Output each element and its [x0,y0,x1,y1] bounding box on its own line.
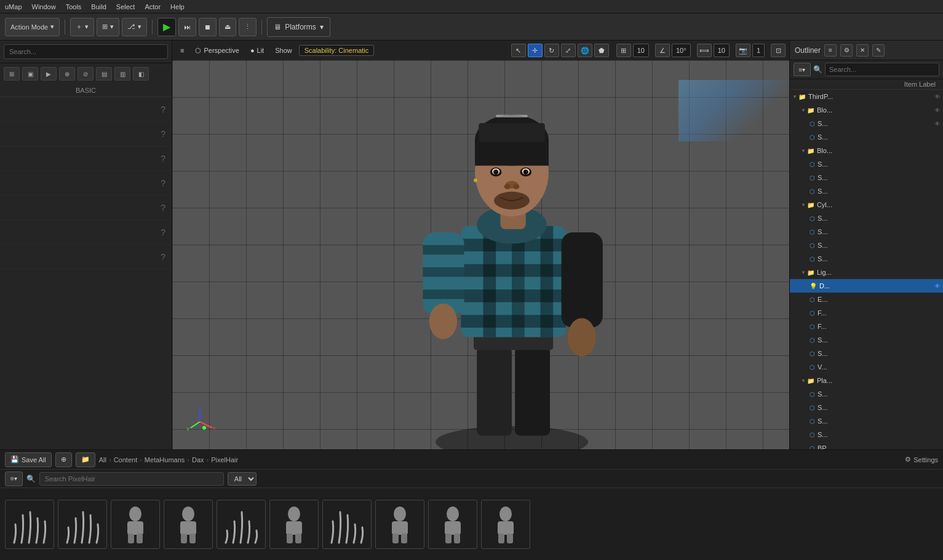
outliner-item[interactable]: ⬡S... [790,171,943,184]
step-button[interactable]: ⏭ [178,18,196,36]
world-icon[interactable]: 🌐 [578,44,592,57]
outliner-item[interactable]: ⬡S... [790,387,943,401]
outliner-item[interactable]: ⬡S... [790,211,943,225]
breadcrumb-metahumans[interactable]: MetaHumans [145,456,185,463]
outliner-item[interactable]: ⬡V... [790,360,943,374]
outliner-item[interactable]: ⬡F... [790,306,943,320]
outliner-item[interactable]: ⬡S... [790,414,943,428]
outliner-close-btn[interactable]: ✕ [856,44,869,57]
menu-help[interactable]: Help [170,3,185,10]
content-thumbnail[interactable] [428,500,477,549]
scale-tool[interactable]: ⤢ [561,44,576,57]
angle-value[interactable]: 10° [672,44,691,57]
breadcrumb-all[interactable]: All [99,456,106,463]
help-icon-2[interactable]: ? [161,129,165,139]
panel-icon-4[interactable]: ⊘ [78,67,94,81]
content-thumbnail[interactable] [322,500,372,549]
scale-btn[interactable]: ⟺ [697,44,712,57]
panel-icon-3[interactable]: ⊕ [59,67,75,81]
content-thumbnail[interactable] [481,500,530,549]
source-control-button[interactable]: ⎇ ▾ [122,18,147,36]
outliner-item[interactable]: ⬡S... [790,225,943,239]
visibility-icon[interactable]: 👁 [934,107,941,114]
outliner-item[interactable]: ⬡F... [790,320,943,333]
content-browser-settings-button[interactable]: ⚙ Settings [905,455,938,463]
panel-icon-6[interactable]: ▥ [114,67,130,81]
outliner-item[interactable]: ⬡S... [790,252,943,266]
scale-value[interactable]: 10 [714,44,730,57]
perspective-button[interactable]: ⬡ Perspective [191,45,243,57]
outliner-edit-btn[interactable]: ✎ [872,44,885,57]
panel-icon-7[interactable]: ◧ [133,67,149,81]
panel-icon-1[interactable]: ▣ [22,67,38,81]
content-filter-dropdown[interactable]: All [228,472,257,486]
add-content-button[interactable]: ⊕ [55,452,72,467]
outliner-item[interactable]: ▼ 📁Lig... [790,266,943,279]
outliner-item[interactable]: ⬡BP_... [790,441,943,449]
import-button[interactable]: 📁 [76,452,95,467]
outliner-item[interactable]: ⬡S... [790,428,943,441]
snap-button[interactable]: ⊞ ▾ [97,18,119,36]
outliner-settings-btn[interactable]: ⚙ [840,44,853,57]
save-all-button[interactable]: 💾 Save All [5,452,52,467]
outliner-item[interactable]: ▼ 📁Blo...👁 [790,103,943,117]
outliner-item[interactable]: ▼ 📁ThirdP...👁 [790,90,943,103]
grid-size-value[interactable]: 10 [633,44,649,57]
left-panel-search-input[interactable] [4,44,168,59]
panel-icon-grid[interactable]: ⊞ [4,67,20,81]
outliner-item[interactable]: ⬡E... [790,293,943,306]
grid-view-btn[interactable]: ⊞ [616,44,631,57]
scalability-badge[interactable]: Scalability: Cinematic [299,45,375,56]
menu-select[interactable]: Select [116,3,135,10]
layout-btn[interactable]: ⊡ [771,44,786,57]
outliner-item[interactable]: ⬡S... [790,347,943,360]
help-icon-5[interactable]: ? [161,203,165,213]
outliner-item[interactable]: ▼ 📁Pla... [790,374,943,387]
eject-button[interactable]: ⏏ [219,18,236,36]
camera-btn[interactable]: 📷 [736,44,750,57]
outliner-item[interactable]: ⬡S... [790,333,943,347]
visibility-icon[interactable]: 👁 [934,93,941,100]
show-button[interactable]: Show [271,45,296,56]
outliner-item[interactable]: 💡D...👁 [790,279,943,293]
help-icon-4[interactable]: ? [161,178,165,188]
breadcrumb-dax[interactable]: Dax [192,456,204,463]
breadcrumb-pixelhair[interactable]: PixelHair [211,456,238,463]
outliner-item[interactable]: ⬡S... [790,401,943,414]
outliner-item[interactable]: ⬡S... [790,239,943,252]
platforms-button[interactable]: 🖥 Platforms ▾ [267,17,330,37]
breadcrumb-content[interactable]: Content [114,456,138,463]
viewport-menu-button[interactable]: ≡ [176,45,188,56]
rotate-tool[interactable]: ↻ [544,44,559,57]
map-tab-label[interactable]: uMap [5,3,22,10]
visibility-icon[interactable]: 👁 [934,120,941,127]
lit-button[interactable]: ● Lit [246,45,268,56]
outliner-list[interactable]: ▼ 📁ThirdP...👁▼ 📁Blo...👁⬡S...👁⬡S...▼ 📁Blo… [790,90,943,449]
help-icon-7[interactable]: ? [161,252,165,262]
content-search-input[interactable] [39,472,224,486]
content-thumbnail[interactable] [217,500,266,549]
outliner-filter-btn[interactable]: ≡ [824,44,837,57]
play-button[interactable]: ▶ [157,18,176,36]
content-thumbnail[interactable] [5,500,54,549]
help-icon-3[interactable]: ? [161,154,165,164]
camera-value[interactable]: 1 [752,44,765,57]
angle-btn[interactable]: ∠ [655,44,670,57]
outliner-item[interactable]: ⬡S... [790,184,943,198]
outliner-item[interactable]: ⬡S... [790,130,943,144]
outliner-item[interactable]: ▼ 📁Blo... [790,144,943,157]
action-mode-button[interactable]: Action Mode ▾ [5,18,60,36]
surface-tool[interactable]: ⬟ [594,44,609,57]
outliner-item[interactable]: ▼ 📁Cyl... [790,198,943,211]
filter-options-btn[interactable]: ≡▾ [5,471,23,486]
menu-window[interactable]: Window [32,3,56,10]
move-tool[interactable]: ✛ [528,44,543,57]
more-options-button[interactable]: ⋮ [239,18,257,36]
menu-build[interactable]: Build [91,3,106,10]
panel-icon-2[interactable]: ▶ [41,67,57,81]
content-thumbnail[interactable] [58,500,107,549]
outliner-item[interactable]: ⬡S...👁 [790,117,943,130]
content-thumbnail[interactable] [164,500,213,549]
viewport-scene[interactable]: X Y Z [172,60,789,449]
help-icon-6[interactable]: ? [161,227,165,237]
